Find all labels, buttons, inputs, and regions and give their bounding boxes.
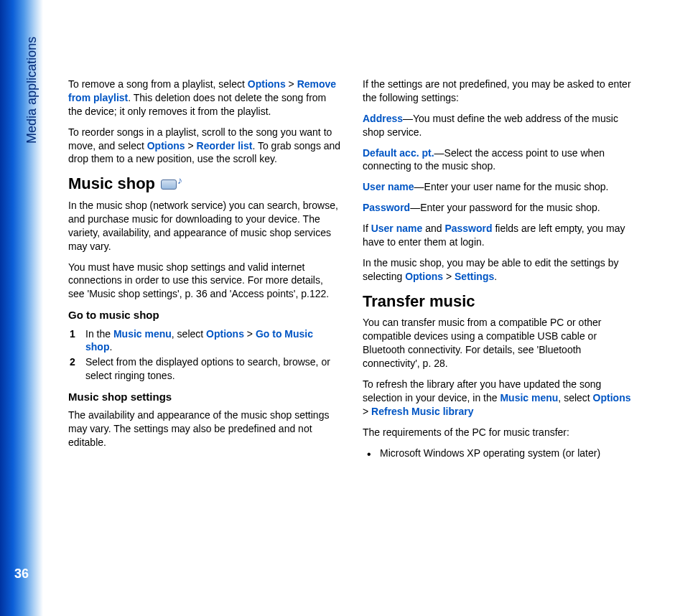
body-text: —Enter your user name for the music shop… xyxy=(414,181,609,192)
page-number: 36 xyxy=(14,565,29,582)
separator: > xyxy=(363,406,371,417)
address-label: Address xyxy=(363,113,403,124)
right-column: If the settings are not predefined, you … xyxy=(363,78,635,467)
music-menu-label: Music menu xyxy=(113,328,172,340)
paragraph-refresh-library: To refresh the library after you have up… xyxy=(363,378,635,419)
setting-address: Address—You must define the web address … xyxy=(363,112,635,139)
setting-default-access-point: Default acc. pt.—Select the access point… xyxy=(363,146,635,174)
reorder-list-label: Reorder list xyxy=(197,140,253,151)
separator: > xyxy=(286,78,297,90)
body-text: If xyxy=(363,223,371,234)
user-name-ref: User name xyxy=(371,223,423,234)
step-1: In the Music menu, select Options > Go t… xyxy=(70,327,341,355)
paragraph-music-shop-reqs: You must have music shop settings and va… xyxy=(68,261,341,302)
default-acc-pt-label: Default acc. pt. xyxy=(363,147,434,159)
options-label: Options xyxy=(593,392,631,403)
paragraph-reorder-songs: To reorder songs in a playlist, scroll t… xyxy=(68,126,341,167)
steps-list: In the Music menu, select Options > Go t… xyxy=(70,327,341,383)
separator: > xyxy=(443,271,455,282)
options-label: Options xyxy=(147,140,185,151)
sidebar: Media applications 36 xyxy=(0,0,43,616)
password-ref: Password xyxy=(444,223,492,234)
refresh-library-label: Refresh Music library xyxy=(371,406,473,417)
content-area: To remove a song from a playlist, select… xyxy=(68,78,635,467)
paragraph-settings-availability: The availability and appearance of the m… xyxy=(68,409,341,449)
separator: > xyxy=(244,328,256,340)
shopping-cart-music-icon: ♪ xyxy=(161,175,181,192)
heading-transfer-music: Transfer music xyxy=(363,291,635,312)
paragraph-pc-requirements: The requirements of the PC for music tra… xyxy=(363,426,635,439)
body-text: . xyxy=(494,271,497,282)
setting-user-name: User name—Enter your user name for the m… xyxy=(363,180,635,194)
heading-music-shop: Music shop ♪ xyxy=(68,173,341,195)
paragraph-transfer-intro: You can transfer music from a compatible… xyxy=(363,316,635,370)
setting-password: Password—Enter your password for the mus… xyxy=(363,201,635,215)
music-menu-label: Music menu xyxy=(500,392,558,403)
settings-label: Settings xyxy=(455,271,494,282)
options-label: Options xyxy=(405,271,443,282)
paragraph-settings-prompt: If the settings are not predefined, you … xyxy=(363,78,635,105)
body-text: —Enter your password for the music shop. xyxy=(410,202,600,213)
body-text: and xyxy=(422,223,444,234)
body-text: , select xyxy=(558,392,592,403)
heading-music-shop-settings: Music shop settings xyxy=(68,390,341,404)
paragraph-edit-settings: In the music shop, you may be able to ed… xyxy=(363,256,635,284)
password-label: Password xyxy=(363,202,410,213)
body-text: To remove a song from a playlist, select xyxy=(68,78,248,90)
heading-go-to-music-shop: Go to music shop xyxy=(68,308,341,322)
separator: > xyxy=(185,140,197,151)
heading-text: Transfer music xyxy=(363,291,475,312)
options-label: Options xyxy=(248,78,286,90)
options-label: Options xyxy=(206,328,244,340)
requirements-list: Microsoft Windows XP operating system (o… xyxy=(364,447,635,460)
body-text: . xyxy=(109,341,112,353)
body-text: , select xyxy=(172,328,206,340)
user-name-label: User name xyxy=(363,181,414,192)
paragraph-music-shop-intro: In the music shop (network service) you … xyxy=(68,199,341,253)
heading-text: Music shop xyxy=(68,173,155,195)
paragraph-remove-song: To remove a song from a playlist, select… xyxy=(68,78,341,118)
requirement-item: Microsoft Windows XP operating system (o… xyxy=(364,447,635,460)
body-text: In the xyxy=(85,328,113,340)
left-column: To remove a song from a playlist, select… xyxy=(68,78,341,467)
step-2: Select from the displayed options to sea… xyxy=(70,355,341,383)
section-label: Media applications xyxy=(23,37,40,144)
paragraph-empty-fields: If User name and Password fields are lef… xyxy=(363,222,635,249)
